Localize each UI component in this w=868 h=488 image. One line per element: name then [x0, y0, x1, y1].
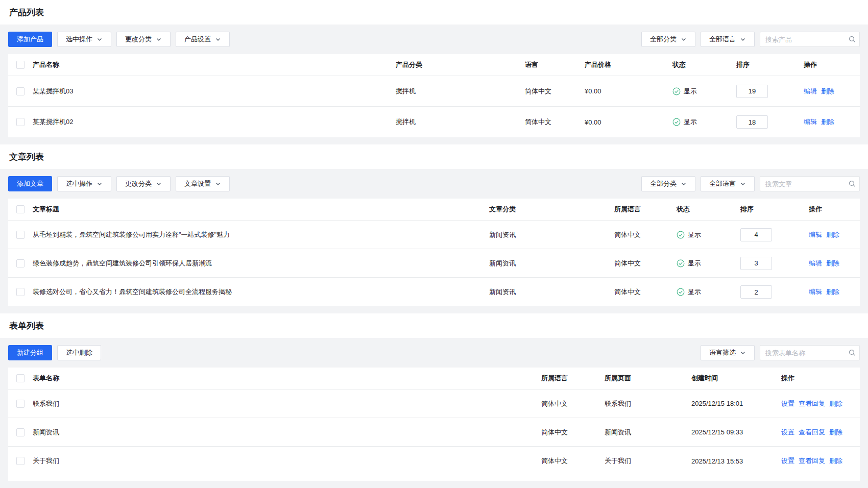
article-category: 新闻资讯: [489, 259, 614, 268]
delete-selected-button[interactable]: 选中删除: [57, 345, 101, 360]
delete-link[interactable]: 删除: [829, 428, 842, 437]
products-toolbar: 添加产品 选中操作 更改分类 产品设置 全部分类: [8, 32, 860, 47]
search-icon[interactable]: [849, 180, 856, 187]
check-circle-icon: [677, 288, 685, 296]
product-category: 搅拌机: [396, 117, 525, 127]
row-checkbox[interactable]: [16, 87, 25, 95]
add-product-button[interactable]: 添加产品: [8, 32, 52, 47]
delete-link[interactable]: 删除: [829, 399, 842, 408]
col-price: 产品价格: [585, 60, 672, 69]
table-row: 关于我们 简体中文 关于我们 2025/12/13 15:53 设置查看回复删除: [8, 447, 860, 475]
table-row: 装修选对公司，省心又省力！鼎筑空间建筑装修公司全流程服务揭秘 新闻资讯 简体中文…: [8, 278, 860, 306]
bulk-action-label: 选中操作: [66, 35, 92, 44]
select-all-checkbox[interactable]: [16, 61, 25, 69]
bulk-action-dropdown[interactable]: 选中操作: [57, 176, 111, 191]
settings-link[interactable]: 设置: [781, 428, 794, 437]
status-badge: 显示: [677, 287, 701, 297]
edit-link[interactable]: 编辑: [809, 287, 822, 297]
article-category: 新闻资讯: [489, 287, 614, 297]
row-checkbox[interactable]: [16, 428, 25, 436]
articles-table: 文章标题 文章分类 所属语言 状态 排序 操作 从毛坯到精装，鼎筑空间建筑装修公…: [8, 199, 860, 306]
articles-table-header: 文章标题 文章分类 所属语言 状态 排序 操作: [8, 199, 860, 221]
change-category-dropdown[interactable]: 更改分类: [116, 176, 171, 191]
delete-link[interactable]: 删除: [829, 456, 842, 466]
form-created: 2025/12/15 09:33: [691, 428, 781, 436]
forms-title: 表单列表: [0, 313, 868, 338]
table-row: 新闻资讯 简体中文 新闻资讯 2025/12/15 09:33 设置查看回复删除: [8, 418, 860, 447]
chevron-down-icon: [215, 181, 221, 187]
check-circle-icon: [672, 118, 681, 126]
status-label: 显示: [688, 230, 701, 239]
products-title: 产品列表: [0, 0, 868, 25]
article-search-input[interactable]: [760, 176, 860, 191]
form-created: 2025/12/13 15:53: [691, 457, 781, 465]
article-settings-dropdown[interactable]: 文章设置: [176, 176, 230, 191]
row-checkbox[interactable]: [16, 231, 25, 239]
col-language: 所属语言: [541, 374, 605, 383]
row-checkbox[interactable]: [16, 457, 25, 465]
product-settings-dropdown[interactable]: 产品设置: [176, 32, 230, 47]
article-language: 简体中文: [614, 287, 677, 297]
search-icon[interactable]: [849, 349, 856, 356]
chevron-down-icon: [97, 181, 103, 187]
view-replies-link[interactable]: 查看回复: [799, 456, 825, 466]
products-table: 产品名称 产品分类 语言 产品价格 状态 排序 操作 某某搅拌机03 搅拌机 简…: [8, 54, 860, 137]
row-checkbox[interactable]: [16, 288, 25, 296]
article-title: 从毛坯到精装，鼎筑空间建筑装修公司用实力诠释"一站式装修"魅力: [33, 230, 489, 239]
view-replies-link[interactable]: 查看回复: [799, 399, 825, 408]
category-filter-dropdown[interactable]: 全部分类: [641, 176, 695, 191]
language-filter-dropdown[interactable]: 全部语言: [701, 176, 755, 191]
table-row: 联系我们 简体中文 联系我们 2025/12/15 18:01 设置查看回复删除: [8, 389, 860, 418]
row-checkbox[interactable]: [16, 118, 25, 126]
delete-link[interactable]: 删除: [826, 230, 839, 239]
chevron-down-icon: [97, 36, 103, 42]
col-form-name: 表单名称: [33, 374, 541, 383]
chevron-down-icon: [681, 36, 687, 42]
delete-link[interactable]: 删除: [821, 87, 834, 96]
sort-input[interactable]: [736, 85, 768, 98]
delete-link[interactable]: 删除: [821, 117, 834, 127]
forms-table-header: 表单名称 所属语言 所属页面 创建时间 操作: [8, 368, 860, 389]
product-category: 搅拌机: [396, 87, 525, 96]
check-circle-icon: [677, 231, 685, 239]
product-search-input[interactable]: [760, 32, 860, 47]
form-name: 关于我们: [33, 456, 541, 466]
settings-link[interactable]: 设置: [781, 456, 794, 466]
settings-link[interactable]: 设置: [781, 399, 794, 408]
select-all-checkbox[interactable]: [16, 374, 25, 382]
sort-input[interactable]: [740, 285, 772, 299]
language-filter-dropdown[interactable]: 全部语言: [701, 32, 755, 47]
col-language: 语言: [525, 60, 585, 69]
form-search-input[interactable]: [760, 345, 860, 360]
language-filter-dropdown[interactable]: 语言筛选: [701, 345, 755, 360]
row-checkbox[interactable]: [16, 259, 25, 267]
articles-section: 文章列表 添加文章 选中操作 更改分类 文章设置 全部: [0, 144, 868, 313]
add-article-button[interactable]: 添加文章: [8, 176, 52, 191]
delete-link[interactable]: 删除: [826, 287, 839, 297]
bulk-action-label: 选中操作: [66, 179, 92, 188]
edit-link[interactable]: 编辑: [804, 87, 817, 96]
product-name: 某某搅拌机03: [33, 87, 396, 96]
change-category-dropdown[interactable]: 更改分类: [116, 32, 171, 47]
form-page: 联系我们: [605, 399, 691, 408]
sort-input[interactable]: [740, 257, 772, 270]
view-replies-link[interactable]: 查看回复: [799, 428, 825, 437]
edit-link[interactable]: 编辑: [804, 117, 817, 127]
delete-link[interactable]: 删除: [826, 259, 839, 268]
products-section: 产品列表 添加产品 选中操作 更改分类 产品设置 全部: [0, 0, 868, 144]
form-language: 简体中文: [541, 456, 605, 466]
form-search: [760, 345, 860, 360]
new-group-button[interactable]: 新建分组: [8, 345, 52, 360]
edit-link[interactable]: 编辑: [809, 259, 822, 268]
sort-input[interactable]: [736, 115, 768, 129]
col-created: 创建时间: [691, 374, 781, 383]
col-product-name: 产品名称: [33, 60, 396, 69]
select-all-checkbox[interactable]: [16, 205, 25, 213]
bulk-action-dropdown[interactable]: 选中操作: [57, 32, 111, 47]
category-filter-dropdown[interactable]: 全部分类: [641, 32, 695, 47]
row-checkbox[interactable]: [16, 400, 25, 408]
chevron-down-icon: [740, 350, 746, 356]
sort-input[interactable]: [740, 228, 772, 241]
search-icon[interactable]: [849, 36, 856, 43]
edit-link[interactable]: 编辑: [809, 230, 822, 239]
